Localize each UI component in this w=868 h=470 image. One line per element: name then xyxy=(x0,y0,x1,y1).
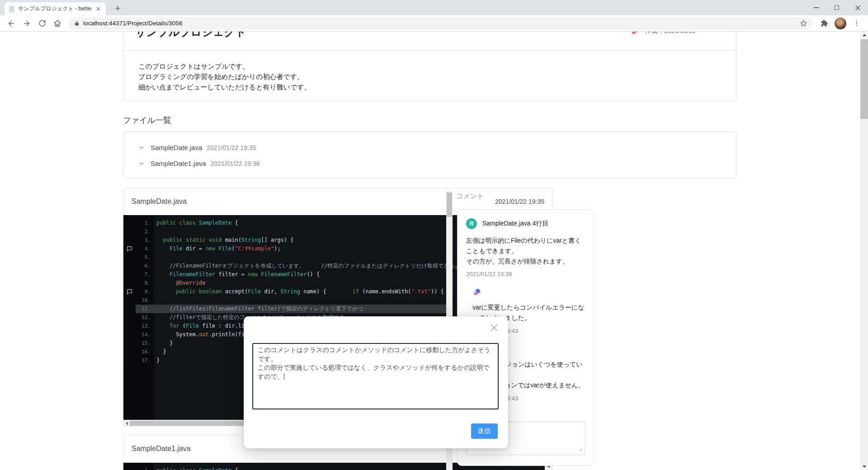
file-section-heading: ファイル一覧 xyxy=(123,115,171,126)
forward-button[interactable] xyxy=(20,17,33,30)
line-number: 13. xyxy=(136,323,154,329)
scrollbar-thumb[interactable] xyxy=(447,193,452,217)
browser-menu-icon[interactable] xyxy=(850,17,863,30)
lock-icon xyxy=(74,20,80,26)
code-text: System.out.println(file); xyxy=(154,330,258,339)
line-number: 6. xyxy=(136,263,154,269)
file-list-card: SampleDate.java2021/01/22 19:35SampleDat… xyxy=(123,132,736,178)
code-text: @Override xyxy=(154,279,205,287)
tab-close-icon[interactable] xyxy=(94,5,102,13)
code-text: } xyxy=(154,339,173,348)
line-number: 8. xyxy=(136,280,154,286)
line-number: 12. xyxy=(136,315,154,320)
chevron-down-icon xyxy=(138,160,145,167)
file-name: SampleDate1.java xyxy=(151,160,206,167)
line-number: 1. xyxy=(136,220,154,226)
file-timestamp: 2021/01/22 19:35 xyxy=(207,144,256,151)
project-header-card: サンプルプロジェクト 作成：2021/01/22 このプロジェクトはサンプルです… xyxy=(123,32,736,101)
divider xyxy=(123,50,736,51)
comments-heading: コメント xyxy=(456,192,484,201)
comment-bubble-icon[interactable] xyxy=(123,246,136,252)
comment-header: R SampleDate.java 4行目 xyxy=(466,218,585,229)
line-number: 9. xyxy=(136,289,154,295)
browser-window: サンプルプロジェクト - better-code xyxy=(0,0,868,470)
comment-location: SampleDate.java 4行目 xyxy=(482,220,548,228)
code-text: FilenameFilter filter = new FilenameFilt… xyxy=(154,270,320,279)
code-text: } xyxy=(154,348,166,356)
browser-tab[interactable]: サンプルプロジェクト - better-code xyxy=(5,2,106,15)
code-text: public class SampleDate { xyxy=(154,219,238,227)
comment-timestamp: 2021/01/22 19:39 xyxy=(466,271,585,277)
back-button[interactable] xyxy=(5,17,18,30)
window-controls xyxy=(806,0,868,15)
comment-modal: このコメントはクラスのコメントかメソッドのコメントに移動した方がよさそうです。 … xyxy=(244,316,508,448)
window-close-button[interactable] xyxy=(847,0,868,15)
file-list-item[interactable]: SampleDate1.java2021/01/22 19:36 xyxy=(138,155,736,171)
line-number: 14. xyxy=(136,332,154,338)
code-text: public class SampleDate { xyxy=(154,466,238,470)
code-filename: SampleDate1.java xyxy=(132,445,191,453)
new-tab-button[interactable] xyxy=(112,3,123,14)
url-text: localhost:44371/Project/Details/3056 xyxy=(83,20,800,27)
browser-toolbar: localhost:44371/Project/Details/3056 xyxy=(0,15,868,32)
file-list: SampleDate.java2021/01/22 19:35SampleDat… xyxy=(138,140,736,171)
window-restore-button[interactable] xyxy=(826,0,847,15)
tab-strip: サンプルプロジェクト - better-code xyxy=(0,0,868,15)
modal-comment-textarea[interactable]: このコメントはクラスのコメントかメソッドのコメントに移動した方がよさそうです。 … xyxy=(252,343,499,409)
line-number: 1. xyxy=(136,468,154,470)
line-number: 2. xyxy=(136,229,154,235)
tab-favicon-icon xyxy=(8,5,15,12)
home-button[interactable] xyxy=(51,17,64,30)
code-text: //listFiles(FilenameFilter filter)で指定のディ… xyxy=(154,305,363,313)
scrollbar-thumb[interactable] xyxy=(860,39,868,119)
code-lines-2: 1.public class SampleDate { xyxy=(123,466,545,470)
toolbar-right xyxy=(816,17,864,30)
line-number: 11. xyxy=(136,306,154,312)
send-button[interactable]: 送信 xyxy=(471,423,498,439)
scroll-up-icon[interactable] xyxy=(860,32,868,38)
project-creator: 作成：2021/01/22 xyxy=(631,32,696,36)
project-description: このプロジェクトはサンプルです。プログラミングの学習を始めたばかりの初心者です。… xyxy=(138,61,311,92)
comment-body: 左側は明示的にFileの代わりにvarと書くこともできます。その方が、冗長さが排… xyxy=(466,235,585,267)
bookmark-star-icon[interactable] xyxy=(800,19,807,27)
code-line: 1.public class SampleDate { xyxy=(123,466,545,470)
code-text: } xyxy=(154,356,160,365)
page-content: サンプルプロジェクト 作成：2021/01/22 このプロジェクトはサンプルです… xyxy=(0,32,860,470)
line-number: 16. xyxy=(136,349,154,355)
scroll-left-icon[interactable] xyxy=(123,420,130,426)
reviewer-avatar: R xyxy=(466,218,477,229)
tab-title: サンプルプロジェクト - better-code xyxy=(18,5,91,13)
created-date: 作成：2021/01/22 xyxy=(645,32,696,35)
code-text: public static void main(String[] args) { xyxy=(154,236,293,244)
creator-avatar xyxy=(631,32,640,36)
line-number: 3. xyxy=(136,237,154,243)
user-avatar xyxy=(472,287,482,297)
address-bar[interactable]: localhost:44371/Project/Details/3056 xyxy=(69,17,813,30)
line-number: 4. xyxy=(136,246,154,252)
reload-button[interactable] xyxy=(35,17,49,30)
line-number: 5. xyxy=(136,254,154,260)
page-scrollbar[interactable] xyxy=(860,32,868,470)
file-name: SampleDate.java xyxy=(151,144,202,151)
chevron-down-icon xyxy=(138,145,145,151)
file-timestamp: 2021/01/22 19:36 xyxy=(211,160,260,167)
file-list-item[interactable]: SampleDate.java2021/01/22 19:35 xyxy=(138,140,736,155)
window-minimize-button[interactable] xyxy=(806,0,826,15)
line-number: 15. xyxy=(136,340,154,346)
page-title: サンプルプロジェクト xyxy=(135,32,246,39)
code-timestamp: 2021/01/22 19:35 xyxy=(495,198,544,205)
extensions-puzzle-icon[interactable] xyxy=(817,17,831,30)
profile-avatar[interactable] xyxy=(835,18,846,29)
code-filename: SampleDate.java xyxy=(132,197,187,206)
line-number: 17. xyxy=(136,357,154,363)
line-number: 7. xyxy=(136,272,154,277)
scroll-down-icon[interactable] xyxy=(860,463,868,470)
line-number: 10. xyxy=(136,297,154,303)
comment-bubble-icon[interactable] xyxy=(123,289,136,295)
code-text: File dir = new File("C:¥¥sample"); xyxy=(154,244,281,253)
modal-close-icon[interactable] xyxy=(490,324,498,332)
